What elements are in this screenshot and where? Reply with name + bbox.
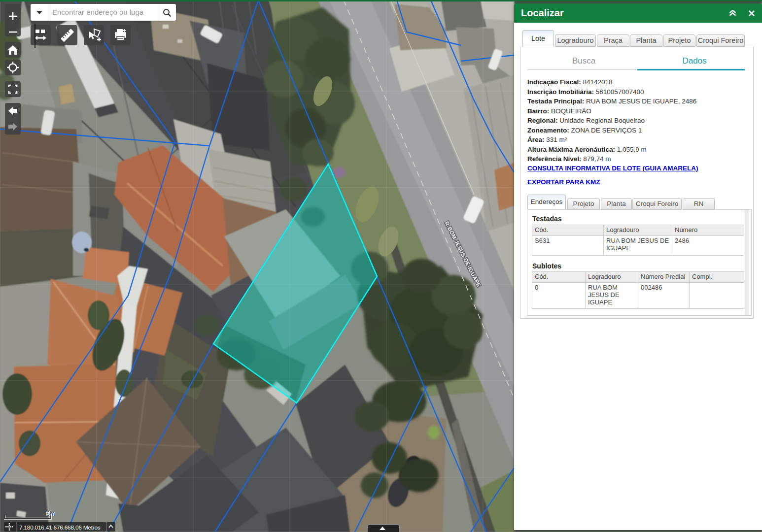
svg-text:6m: 6m [46,510,55,517]
